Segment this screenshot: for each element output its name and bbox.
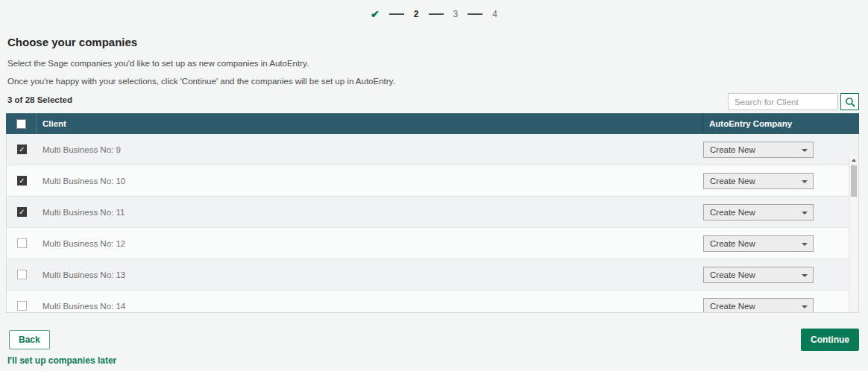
selected-count: 3 of 28 Selected <box>7 95 72 104</box>
row-checkbox[interactable]: ✓ <box>17 270 27 279</box>
caret-down-icon <box>802 212 808 215</box>
continue-button[interactable]: Continue <box>801 329 859 351</box>
dropdown-value: Create New <box>710 302 755 311</box>
row-checkbox[interactable]: ✓ <box>17 207 27 217</box>
dropdown-value: Create New <box>710 270 755 279</box>
companies-table: Client AutoEntry Company ✓ Multi Busines… <box>6 113 859 313</box>
scrollbar-thumb[interactable] <box>851 165 857 197</box>
table-body: ✓ Multi Business No: 9 Create New ✓ Mult… <box>6 134 859 313</box>
dropdown-value: Create New <box>710 145 755 154</box>
description-line-1: Select the Sage companies you'd like to … <box>7 59 309 68</box>
client-name: Multi Business No: 11 <box>43 197 125 228</box>
caret-down-icon <box>802 243 808 246</box>
caret-down-icon <box>802 149 808 152</box>
table-row: ✓ Multi Business No: 13 Create New <box>7 259 858 291</box>
client-name: Multi Business No: 13 <box>43 259 125 291</box>
table-header-row: Client AutoEntry Company <box>6 113 859 134</box>
page-title: Choose your companies <box>7 36 137 48</box>
row-checkbox[interactable]: ✓ <box>17 301 27 311</box>
select-all-cell <box>6 119 36 129</box>
search-icon <box>845 97 855 107</box>
dropdown-value: Create New <box>710 208 755 217</box>
search-button[interactable] <box>840 93 859 110</box>
autoentry-company-dropdown[interactable]: Create New <box>703 267 814 283</box>
step-4: 4 <box>492 9 497 19</box>
autoentry-company-dropdown[interactable]: Create New <box>703 235 814 252</box>
autoentry-company-dropdown[interactable]: Create New <box>703 142 814 158</box>
scrollbar-up-icon[interactable] <box>849 156 858 165</box>
step-complete-check-icon: ✔ <box>371 9 380 19</box>
step-connector <box>429 13 444 15</box>
step-2: 2 <box>414 9 419 19</box>
row-checkbox[interactable]: ✓ <box>17 176 27 186</box>
step-connector <box>468 13 482 15</box>
caret-down-icon <box>802 180 808 183</box>
table-row: ✓ Multi Business No: 11 Create New <box>7 197 858 228</box>
client-name: Multi Business No: 12 <box>43 228 125 259</box>
dropdown-value: Create New <box>710 239 755 248</box>
table-scrollbar[interactable] <box>849 155 858 313</box>
client-name: Multi Business No: 14 <box>43 291 125 313</box>
autoentry-company-dropdown[interactable]: Create New <box>703 173 814 189</box>
setup-later-link[interactable]: I'll set up companies later <box>7 355 116 366</box>
search-input[interactable] <box>728 93 838 110</box>
column-header-client: Client <box>36 113 702 134</box>
row-checkbox[interactable]: ✓ <box>17 145 27 154</box>
back-button[interactable]: Back <box>9 330 50 349</box>
table-row: ✓ Multi Business No: 14 Create New <box>7 291 858 313</box>
table-row: ✓ Multi Business No: 10 Create New <box>7 165 858 197</box>
dropdown-value: Create New <box>710 177 755 186</box>
table-row: ✓ Multi Business No: 12 Create New <box>7 228 858 259</box>
column-header-autoentry-company: AutoEntry Company <box>702 113 859 134</box>
step-connector <box>389 13 404 15</box>
caret-down-icon <box>802 274 808 277</box>
client-name: Multi Business No: 10 <box>43 165 125 197</box>
caret-down-icon <box>802 305 808 308</box>
step-3: 3 <box>453 9 459 19</box>
client-search <box>728 93 859 110</box>
table-row: ✓ Multi Business No: 9 Create New <box>7 134 858 165</box>
wizard-stepper: ✔ 2 3 4 <box>0 6 868 22</box>
select-all-checkbox[interactable] <box>16 119 26 129</box>
autoentry-company-dropdown[interactable]: Create New <box>703 204 814 221</box>
row-checkbox[interactable]: ✓ <box>17 238 27 248</box>
client-name: Multi Business No: 9 <box>43 134 121 165</box>
description-line-2: Once you're happy with your selections, … <box>7 77 395 86</box>
autoentry-company-dropdown[interactable]: Create New <box>703 298 814 313</box>
